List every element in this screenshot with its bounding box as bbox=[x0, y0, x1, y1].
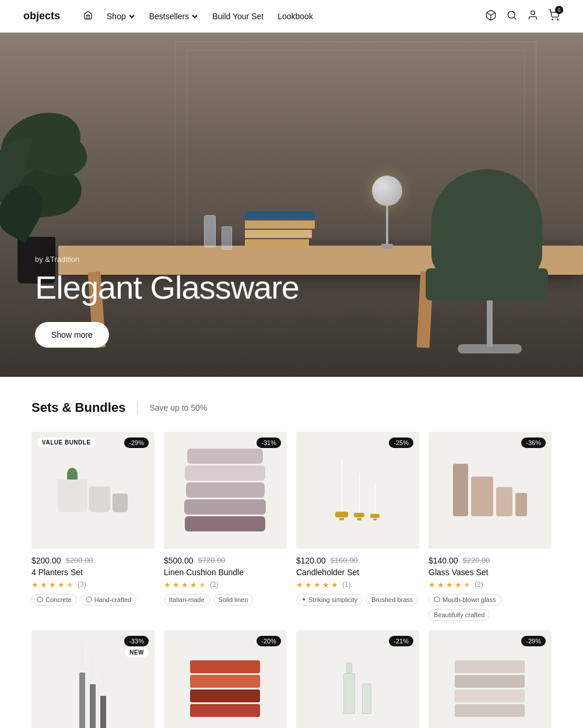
svg-point-1 bbox=[508, 11, 515, 18]
hero-brand-label: by &Tradition bbox=[35, 255, 548, 264]
price-original-planters: $280.00 bbox=[66, 556, 93, 565]
price-current-candles: $120.00 bbox=[296, 556, 326, 565]
section-header: Sets & Bundles Save up to 50% bbox=[31, 400, 552, 415]
products-grid-row1: -29% VALUE BUNDLE bbox=[31, 432, 552, 621]
tag-brass: Brushed brass bbox=[366, 594, 418, 606]
bottles-illustration bbox=[308, 642, 407, 728]
product-price-cushions: $500.00 $720.00 bbox=[164, 556, 287, 565]
nav-bestsellers[interactable]: Bestsellers bbox=[149, 12, 198, 21]
stars-vases: ★ ★ ★ ★ ★ (2) bbox=[429, 580, 552, 589]
cushions-illustration bbox=[176, 443, 275, 537]
stars-candles: ★ ★ ★ ★ ★ (1) bbox=[296, 580, 419, 589]
cart-icon[interactable]: 0 bbox=[548, 9, 560, 23]
product-tags-candles: ✦ Striking simplicity Brushed brass bbox=[296, 594, 419, 606]
section-title: Sets & Bundles bbox=[31, 400, 125, 415]
product-card-linens[interactable]: -29% bbox=[429, 630, 552, 728]
brand-logo[interactable]: objects bbox=[23, 10, 60, 22]
price-current-cushions: $500.00 bbox=[164, 556, 194, 565]
towels-illustration bbox=[176, 642, 275, 728]
product-image-candles: -25% bbox=[296, 432, 419, 549]
product-name-vases: Glass Vases Set bbox=[429, 568, 552, 577]
svg-marker-6 bbox=[37, 597, 43, 602]
hero-title: Elegant Glassware bbox=[35, 270, 548, 306]
stars-planters: ★ ★ ★ ★ ★ (3) bbox=[31, 580, 154, 589]
hero-cta-button[interactable]: Show more bbox=[35, 322, 109, 348]
discount-badge-linens: -29% bbox=[521, 636, 546, 646]
price-original-candles: $160.00 bbox=[331, 556, 358, 565]
stars-cushions: ★ ★ ★ ★ ★ (2) bbox=[164, 580, 287, 589]
candles-illustration bbox=[308, 443, 407, 537]
product-name-planters: 4 Planters Set bbox=[31, 568, 154, 577]
tag-mouth-blown: Mouth-blown glass bbox=[429, 594, 501, 606]
nav-build-your-set[interactable]: Build Your Set bbox=[212, 12, 264, 21]
product-image-towels: -20% bbox=[164, 630, 287, 728]
box-icon[interactable] bbox=[485, 9, 497, 23]
tag-handcrafted: Hand-crafted bbox=[80, 594, 137, 606]
product-card-planters[interactable]: -29% VALUE BUNDLE bbox=[31, 432, 154, 621]
section-divider bbox=[137, 402, 138, 414]
product-image-vases: -36% bbox=[429, 432, 552, 549]
price-original-cushions: $720.00 bbox=[198, 556, 226, 565]
nav-icons: 0 bbox=[485, 9, 560, 23]
product-price-candles: $120.00 $160.00 bbox=[296, 556, 419, 565]
product-card-bottles[interactable]: -21% bbox=[296, 630, 419, 728]
product-tags-vases: Mouth-blown glass Beautifully crafted bbox=[429, 594, 552, 621]
hero-overlay: by &Tradition Elegant Glassware Show mor… bbox=[0, 232, 583, 377]
planters-illustration bbox=[44, 443, 142, 537]
new-badge: NEW bbox=[125, 648, 149, 657]
product-image-bottles: -21% bbox=[296, 630, 419, 728]
product-tags-cushions: Italian-made Solid linen bbox=[164, 594, 287, 606]
nav-home-icon[interactable] bbox=[83, 10, 93, 22]
discount-badge-towels: -20% bbox=[257, 636, 281, 646]
price-original-vases: $220.00 bbox=[463, 556, 490, 565]
product-image-ch2: -33% NEW bbox=[31, 630, 154, 728]
discount-badge-candles: -25% bbox=[389, 438, 413, 448]
product-price-planters: $200.00 $280.00 bbox=[31, 556, 154, 565]
svg-point-5 bbox=[557, 19, 559, 20]
sets-bundles-section: Sets & Bundles Save up to 50% -29% VALUE… bbox=[0, 377, 583, 728]
price-current-vases: $140.00 bbox=[429, 556, 458, 565]
navbar: objects Shop Bestsellers Build Your Set … bbox=[0, 0, 583, 33]
search-icon[interactable] bbox=[506, 9, 518, 23]
hero-section: by &Tradition Elegant Glassware Show mor… bbox=[0, 33, 583, 377]
discount-badge-cushions: -31% bbox=[257, 438, 281, 448]
user-icon[interactable] bbox=[527, 9, 539, 23]
product-name-cushions: Linen Cushion Bundle bbox=[164, 568, 287, 577]
product-card-ch2[interactable]: -33% NEW bbox=[31, 630, 154, 728]
svg-point-3 bbox=[531, 10, 535, 15]
tag-concrete: Concrete bbox=[31, 594, 77, 606]
tag-italian-made: Italian-made bbox=[164, 594, 210, 606]
linens-illustration bbox=[441, 642, 539, 728]
product-card-candles[interactable]: -25% bbox=[296, 432, 419, 621]
product-image-linens: -29% bbox=[429, 630, 552, 728]
discount-badge-ch2: -33% bbox=[124, 636, 149, 646]
vases-illustration bbox=[441, 443, 539, 537]
product-image-planters: -29% VALUE BUNDLE bbox=[31, 432, 154, 549]
discount-badge-vases: -36% bbox=[521, 438, 546, 448]
discount-badge-planters: -29% bbox=[124, 438, 149, 448]
product-card-towels[interactable]: -20% bbox=[164, 630, 287, 728]
product-card-vases[interactable]: -36% $140.00 $220.00 Glass Vases Set ★ ★ bbox=[429, 432, 552, 621]
svg-line-2 bbox=[514, 17, 517, 19]
cart-count: 0 bbox=[555, 6, 563, 14]
nav-lookbook[interactable]: Lookbook bbox=[278, 12, 313, 21]
svg-point-4 bbox=[552, 19, 553, 20]
product-price-vases: $140.00 $220.00 bbox=[429, 556, 552, 565]
section-subtitle: Save up to 50% bbox=[149, 403, 207, 412]
products-grid-row2: -33% NEW bbox=[31, 630, 552, 728]
value-bundle-badge: VALUE BUNDLE bbox=[37, 438, 96, 447]
product-tags-planters: Concrete Hand-crafted bbox=[31, 594, 154, 606]
tag-striking: ✦ Striking simplicity bbox=[296, 594, 363, 606]
tag-solid-linen: Solid linen bbox=[213, 594, 254, 606]
product-name-candles: Candleholder Set bbox=[296, 568, 419, 577]
svg-marker-7 bbox=[434, 597, 440, 602]
product-image-cushions: -31% bbox=[164, 432, 287, 549]
tag-beautifully: Beautifully crafted bbox=[429, 609, 490, 621]
product-card-cushions[interactable]: -31% $500.00 $720.00 Linen Cushion Bundl… bbox=[164, 432, 287, 621]
nav-links: Shop Bestsellers Build Your Set Lookbook bbox=[83, 10, 485, 22]
price-current-planters: $200.00 bbox=[31, 556, 61, 565]
discount-badge-bottles: -21% bbox=[389, 636, 413, 646]
nav-shop[interactable]: Shop bbox=[107, 12, 135, 21]
